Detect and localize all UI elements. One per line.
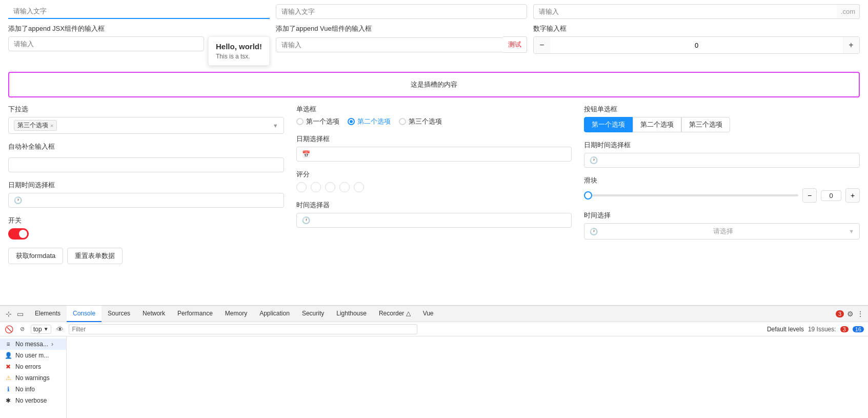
date-picker-label: 日期选择框 [296, 134, 572, 144]
tag-close-icon[interactable]: × [50, 123, 53, 129]
number-plus-button[interactable]: + [843, 37, 859, 53]
input-suffix: .com [837, 4, 860, 19]
radio-label-3: 第三个选项 [409, 117, 442, 126]
tooltip-sub: This is a tsx. [216, 53, 262, 60]
radio-option-3[interactable]: 第三个选项 [399, 117, 442, 126]
radio-label-1: 第一个选项 [306, 117, 339, 126]
datetime-picker2[interactable]: 🕐 [8, 193, 284, 208]
btn-radio-2[interactable]: 第二个选项 [633, 117, 681, 132]
time-picker[interactable]: 🕐 [296, 213, 572, 228]
text-input-2[interactable] [276, 4, 527, 19]
autocomplete-input[interactable]: vue-router [8, 157, 284, 172]
radio-circle-2 [348, 118, 355, 125]
toggle-label: 开关 [8, 216, 284, 225]
radio-option-2[interactable]: 第二个选项 [348, 117, 391, 126]
autocomplete-label: 自动补全输入框 [8, 142, 284, 151]
time-picker-label: 时间选择器 [296, 201, 572, 210]
star-5[interactable] [354, 182, 364, 192]
slider-plus-button[interactable]: + [845, 188, 860, 203]
clock-icon-2: 🕐 [14, 196, 22, 204]
btn-radio-1[interactable]: 第一个选项 [584, 117, 633, 132]
slider-minus-button[interactable]: − [802, 188, 817, 203]
time-select[interactable]: 🕐 请选择 ▼ [584, 223, 860, 240]
star-3[interactable] [325, 182, 335, 192]
date-picker[interactable]: 📅 [296, 147, 572, 162]
time-select-chevron: ▼ [849, 228, 854, 234]
slot-container: 这是插槽的内容 [8, 72, 860, 97]
append-jsx-input[interactable] [8, 36, 204, 51]
text-input-1[interactable] [8, 4, 270, 19]
calendar-icon: 📅 [302, 150, 310, 158]
clock-icon-1: 🕐 [590, 156, 598, 164]
text-input-3[interactable] [533, 4, 837, 19]
star-4[interactable] [339, 182, 350, 192]
btn-radio-label: 按钮单选框 [584, 105, 860, 114]
form-actions: 获取formdata 重置表单数据 [8, 248, 284, 264]
datetime-picker[interactable]: 🕐 [584, 153, 860, 168]
time-select-label: 时间选择 [584, 211, 860, 220]
append-jsx-label: 添加了append JSX组件的输入框 [8, 24, 270, 33]
datetime-picker-label: 日期时间选择框 [584, 141, 860, 150]
time-select-placeholder: 请选择 [713, 227, 733, 236]
slider-thumb[interactable] [584, 191, 592, 200]
reset-table-button[interactable]: 重置表单数据 [67, 248, 123, 264]
clock-icon-4: 🕐 [590, 228, 598, 235]
radio-circle-3 [399, 118, 406, 125]
number-minus-button[interactable]: − [534, 37, 550, 53]
radio-label-2: 第二个选项 [357, 117, 391, 126]
btn-radio-3[interactable]: 第三个选项 [681, 117, 730, 132]
slot-content: 这是插槽的内容 [411, 81, 457, 88]
append-vue-input[interactable] [276, 37, 503, 52]
number-input-label: 数字输入框 [533, 24, 860, 33]
slider-track[interactable] [584, 194, 798, 196]
datetime-picker2-label: 日期时间选择框 [8, 181, 284, 190]
slider-value: 0 [821, 190, 841, 201]
radio-circle-1 [296, 118, 304, 125]
toggle-switch[interactable] [8, 228, 29, 240]
radio-option-1[interactable]: 第一个选项 [296, 117, 339, 126]
append-vue-label: 添加了append Vue组件的输入框 [276, 24, 527, 33]
dropdown-tag: 第三个选项 × [14, 120, 57, 131]
test-button[interactable]: 测试 [503, 36, 527, 53]
get-formdata-button[interactable]: 获取formdata [8, 248, 63, 264]
dropdown-label: 下拉选 [8, 105, 284, 114]
radio-group-label: 单选框 [296, 105, 572, 114]
dropdown[interactable]: 第三个选项 × ▼ [8, 117, 284, 134]
star-2[interactable] [311, 182, 321, 192]
rating-label: 评分 [296, 170, 572, 179]
tooltip-title: Hello, world! [216, 42, 262, 51]
hello-tooltip: Hello, world! This is a tsx. [208, 36, 270, 66]
star-1[interactable] [296, 182, 307, 192]
clock-icon-3: 🕐 [302, 216, 310, 224]
chevron-down-icon: ▼ [273, 123, 278, 129]
number-value-input[interactable]: 0 [550, 42, 843, 49]
slider-label: 滑块 [584, 176, 860, 185]
